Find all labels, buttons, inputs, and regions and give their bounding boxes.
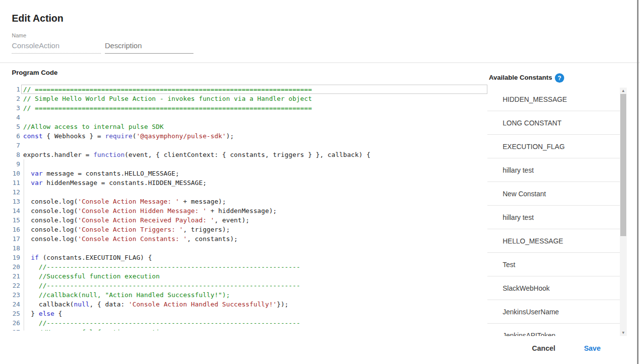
- line-number: 18: [12, 243, 20, 253]
- line-number: 15: [12, 215, 20, 225]
- code-line-text[interactable]: const { Webhooks } = require('@qasymphon…: [21, 131, 487, 141]
- code-line[interactable]: 24 callback(null, { data: 'Console Actio…: [12, 300, 487, 309]
- code-line[interactable]: 1// ====================================…: [12, 85, 487, 94]
- code-line-text[interactable]: console.log('Console Action Message: ' +…: [21, 197, 487, 206]
- code-line-text[interactable]: console.log('Console Action Received Pay…: [21, 215, 487, 225]
- code-line-text[interactable]: [21, 159, 487, 169]
- line-number: 25: [12, 309, 20, 318]
- page-title: Edit Action: [12, 13, 64, 24]
- cancel-button[interactable]: Cancel: [532, 344, 556, 352]
- code-line[interactable]: 6const { Webhooks } = require('@qasympho…: [12, 131, 487, 141]
- line-number: 9: [12, 159, 20, 169]
- code-line-text[interactable]: [21, 141, 487, 150]
- scrollbar-thumb[interactable]: [620, 94, 626, 236]
- line-number: 3: [12, 103, 20, 113]
- constant-item[interactable]: hillary test: [487, 158, 620, 182]
- code-line[interactable]: 11 var hiddenMessage = constants.HIDDEN_…: [12, 178, 487, 187]
- line-number: 21: [12, 272, 20, 281]
- code-line-text[interactable]: // =====================================…: [21, 85, 487, 94]
- code-line[interactable]: 10 var message = constants.HELLO_MESSAGE…: [12, 169, 487, 178]
- code-line-text[interactable]: [21, 187, 487, 197]
- code-line-text[interactable]: console.log('Console Action Constants: '…: [21, 234, 487, 243]
- line-number: 26: [12, 318, 20, 328]
- constant-item[interactable]: Test: [487, 253, 620, 276]
- code-line[interactable]: 27 //Unsuccessful function execution: [12, 328, 487, 331]
- constant-item[interactable]: EXECUTION_FLAG: [487, 135, 620, 158]
- constants-list: HIDDEN_MESSAGELONG CONSTANTEXECUTION_FLA…: [487, 88, 627, 336]
- code-line-text[interactable]: var hiddenMessage = constants.HIDDEN_MES…: [21, 178, 487, 187]
- line-number: 13: [12, 197, 20, 206]
- save-button[interactable]: Save: [584, 344, 601, 352]
- code-line-text[interactable]: [21, 243, 487, 253]
- code-line[interactable]: 18: [12, 243, 487, 253]
- code-line[interactable]: 22 //-----------------------------------…: [12, 281, 487, 290]
- code-line-text[interactable]: //Allow access to internal pulse SDK: [21, 122, 487, 131]
- code-line[interactable]: 17 console.log('Console Action Constants…: [12, 234, 487, 243]
- code-line-text[interactable]: //--------------------------------------…: [21, 262, 487, 272]
- line-number: 2: [12, 94, 20, 103]
- constant-item[interactable]: HIDDEN_MESSAGE: [487, 88, 620, 111]
- code-line[interactable]: 9: [12, 159, 487, 169]
- code-line-text[interactable]: [21, 113, 487, 122]
- code-line-text[interactable]: } else {: [21, 309, 487, 318]
- code-line-text[interactable]: //Successful function execution: [21, 272, 487, 281]
- code-line-text[interactable]: exports.handler = function(event, { clie…: [21, 150, 487, 159]
- constants-items: HIDDEN_MESSAGELONG CONSTANTEXECUTION_FLA…: [487, 88, 627, 336]
- indent-guide: [24, 159, 24, 331]
- code-line-text[interactable]: console.log('Console Action Triggers: ',…: [21, 225, 487, 234]
- code-line[interactable]: 13 console.log('Console Action Message: …: [12, 197, 487, 206]
- edit-action-dialog: { "header": { "title": "Edit Action", "n…: [0, 0, 640, 364]
- constant-item[interactable]: New Constant: [487, 182, 620, 206]
- code-line-text[interactable]: // Simple Hello World Pulse Action - inv…: [21, 94, 487, 103]
- line-number: 5: [12, 122, 20, 131]
- line-number: 19: [12, 253, 20, 262]
- code-line-text[interactable]: //callback(null, "Action Handled Success…: [21, 290, 487, 300]
- constant-item[interactable]: JenkinsAPIToken: [487, 324, 620, 336]
- constant-item[interactable]: hillary test: [487, 206, 620, 229]
- code-line[interactable]: 7: [12, 141, 487, 150]
- code-line[interactable]: 8exports.handler = function(event, { cli…: [12, 150, 487, 159]
- code-line-text[interactable]: if (constants.EXECUTION_FLAG) {: [21, 253, 487, 262]
- window-right-edge: [637, 0, 639, 364]
- constant-item[interactable]: LONG CONSTANT: [487, 111, 620, 135]
- header-divider: [0, 62, 640, 63]
- line-number: 16: [12, 225, 20, 234]
- code-line-text[interactable]: //--------------------------------------…: [21, 318, 487, 328]
- code-line[interactable]: 2// Simple Hello World Pulse Action - in…: [12, 94, 487, 103]
- code-line[interactable]: 16 console.log('Console Action Triggers:…: [12, 225, 487, 234]
- code-line-text[interactable]: var message = constants.HELLO_MESSAGE;: [21, 169, 487, 178]
- code-line[interactable]: 19 if (constants.EXECUTION_FLAG) {: [12, 253, 487, 262]
- code-line[interactable]: 21 //Successful function execution: [12, 272, 487, 281]
- line-number: 22: [12, 281, 20, 290]
- code-line[interactable]: 25 } else {: [12, 309, 487, 318]
- line-number: 23: [12, 290, 20, 300]
- help-icon[interactable]: ?: [555, 73, 564, 83]
- name-input: ConsoleAction: [12, 41, 101, 54]
- code-line-text[interactable]: //--------------------------------------…: [21, 281, 487, 290]
- constant-item[interactable]: HELLO_MESSAGE: [487, 229, 620, 253]
- code-line[interactable]: 15 console.log('Console Action Received …: [12, 215, 487, 225]
- description-input[interactable]: Description: [105, 41, 193, 54]
- code-line[interactable]: 23 //callback(null, "Action Handled Succ…: [12, 290, 487, 300]
- line-number: 11: [12, 178, 20, 187]
- constants-scrollbar[interactable]: ▲ ▼: [620, 88, 627, 336]
- code-editor[interactable]: 1// ====================================…: [12, 85, 487, 331]
- code-line[interactable]: 14 console.log('Console Action Hidden Me…: [12, 206, 487, 215]
- code-line-text[interactable]: callback(null, { data: 'Console Action H…: [21, 300, 487, 309]
- line-number: 20: [12, 262, 20, 272]
- code-line[interactable]: 5//Allow access to internal pulse SDK: [12, 122, 487, 131]
- constant-item[interactable]: JenkinsUserName: [487, 300, 620, 324]
- line-number: 4: [12, 113, 20, 122]
- code-line[interactable]: 12: [12, 187, 487, 197]
- constant-item[interactable]: SlackWebHook: [487, 276, 620, 300]
- scrollbar-up-icon[interactable]: ▲: [620, 88, 627, 94]
- footer: Cancel Save: [0, 344, 627, 352]
- code-line-text[interactable]: //Unsuccessful function execution: [21, 328, 487, 331]
- code-line[interactable]: 20 //-----------------------------------…: [12, 262, 487, 272]
- code-line-text[interactable]: console.log('Console Action Hidden Messa…: [21, 206, 487, 215]
- scrollbar-down-icon[interactable]: ▼: [620, 330, 627, 336]
- code-line[interactable]: 3// ====================================…: [12, 103, 487, 113]
- code-line[interactable]: 26 //-----------------------------------…: [12, 318, 487, 328]
- code-line-text[interactable]: // =====================================…: [21, 103, 487, 113]
- code-line[interactable]: 4: [12, 113, 487, 122]
